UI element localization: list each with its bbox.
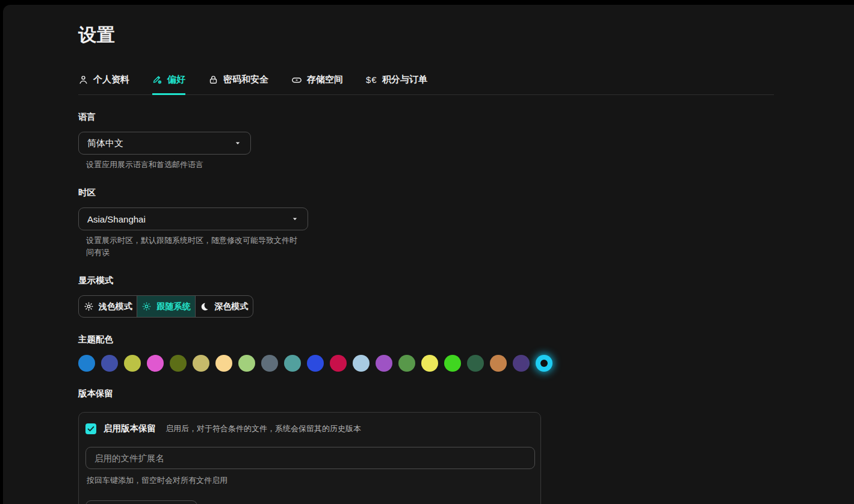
theme-color-swatch[interactable] <box>376 355 392 372</box>
user-icon <box>78 75 88 85</box>
currency-icon: $€ <box>366 75 377 85</box>
theme-color-swatch[interactable] <box>398 355 415 372</box>
storage-icon <box>291 75 302 85</box>
sun-icon <box>84 301 94 312</box>
page-title: 设置 <box>78 23 776 48</box>
max-versions-input[interactable] <box>85 500 197 504</box>
tab-label: 个人资料 <box>93 74 129 85</box>
extensions-input[interactable] <box>85 447 535 469</box>
theme-color-swatch[interactable] <box>238 355 255 372</box>
tab-profile[interactable]: 个人资料 <box>78 74 129 95</box>
display-mode-option-label: 跟随系统 <box>156 301 190 312</box>
swatch-selected-hole <box>540 360 548 367</box>
version-retention-checkbox[interactable] <box>85 423 96 434</box>
theme-color-swatch[interactable] <box>284 355 301 372</box>
display-mode-segmented: 浅色模式跟随系统深色模式 <box>78 295 253 318</box>
theme-color-swatch[interactable] <box>261 355 278 372</box>
theme-color-swatch[interactable] <box>147 355 164 372</box>
theme-color-swatch[interactable] <box>421 355 438 372</box>
timezone-select[interactable]: Asia/Shanghai <box>78 207 308 230</box>
theme-color-swatch[interactable] <box>467 355 484 372</box>
version-retention-header: 启用版本保留 启用后，对于符合条件的文件，系统会保留其的历史版本 <box>85 423 534 434</box>
version-retention-checkbox-help: 启用后，对于符合条件的文件，系统会保留其的历史版本 <box>166 423 361 434</box>
theme-color-swatch[interactable] <box>193 355 209 372</box>
language-help: 设置应用展示语言和首选邮件语言 <box>78 159 776 171</box>
theme-color-swatch[interactable] <box>215 355 232 372</box>
theme-color-swatch[interactable] <box>78 355 95 372</box>
theme-color-swatch[interactable] <box>307 355 324 372</box>
tab-orders[interactable]: $€积分与订单 <box>366 74 427 95</box>
version-retention-card: 启用版本保留 启用后，对于符合条件的文件，系统会保留其的历史版本 按回车键添加，… <box>78 412 541 504</box>
theme-color-swatch[interactable] <box>101 355 118 372</box>
chevron-down-icon <box>234 139 242 147</box>
display-mode-option-label: 浅色模式 <box>99 301 132 312</box>
settings-panel: 设置 个人资料偏好密码和安全存储空间$€积分与订单 语言 简体中文 设置应用展示… <box>3 5 854 504</box>
language-select[interactable]: 简体中文 <box>78 132 251 155</box>
tabs: 个人资料偏好密码和安全存储空间$€积分与订单 <box>78 74 774 95</box>
version-retention-label: 版本保留 <box>78 388 776 399</box>
version-retention-checkbox-label: 启用版本保留 <box>104 423 156 434</box>
display-mode-option-dark[interactable]: 深色模式 <box>195 296 253 317</box>
tab-label: 积分与订单 <box>382 74 427 85</box>
theme-color-swatch[interactable] <box>444 355 461 372</box>
language-label: 语言 <box>78 111 776 123</box>
display-mode-option-label: 深色模式 <box>214 301 248 312</box>
display-mode-label: 显示模式 <box>78 275 776 286</box>
theme-color-swatch[interactable] <box>330 355 347 372</box>
display-mode-option-system[interactable]: 跟随系统 <box>137 296 194 317</box>
theme-color-swatch[interactable] <box>490 355 507 372</box>
chevron-down-icon <box>291 215 299 223</box>
timezone-help: 设置展示时区，默认跟随系统时区，随意修改可能导致文件时间有误 <box>78 235 304 259</box>
language-select-value: 简体中文 <box>87 138 123 149</box>
tab-label: 密码和安全 <box>223 74 268 85</box>
edit-gear-icon <box>152 75 162 85</box>
theme-color-swatch[interactable] <box>353 355 370 372</box>
extensions-help: 按回车键添加，留空时会对所有文件启用 <box>85 475 534 487</box>
timezone-select-value: Asia/Shanghai <box>87 214 146 224</box>
moon-icon <box>200 302 209 312</box>
theme-color-swatch[interactable] <box>513 355 530 372</box>
theme-colors-label: 主题配色 <box>78 334 776 345</box>
tab-label: 存储空间 <box>307 74 343 85</box>
tab-storage[interactable]: 存储空间 <box>291 74 343 95</box>
theme-color-swatch[interactable] <box>170 355 187 372</box>
tab-preferences[interactable]: 偏好 <box>152 74 185 95</box>
tab-label: 偏好 <box>167 74 185 85</box>
theme-color-swatch-selected[interactable] <box>536 355 552 372</box>
lock-icon <box>208 75 218 85</box>
display-mode-option-light[interactable]: 浅色模式 <box>79 296 137 317</box>
theme-color-swatches <box>78 355 776 372</box>
theme-color-swatch[interactable] <box>124 355 141 372</box>
tab-security[interactable]: 密码和安全 <box>208 74 268 95</box>
sun-auto-icon <box>141 301 152 312</box>
timezone-label: 时区 <box>78 187 776 198</box>
settings-content: 设置 个人资料偏好密码和安全存储空间$€积分与订单 语言 简体中文 设置应用展示… <box>3 5 776 504</box>
